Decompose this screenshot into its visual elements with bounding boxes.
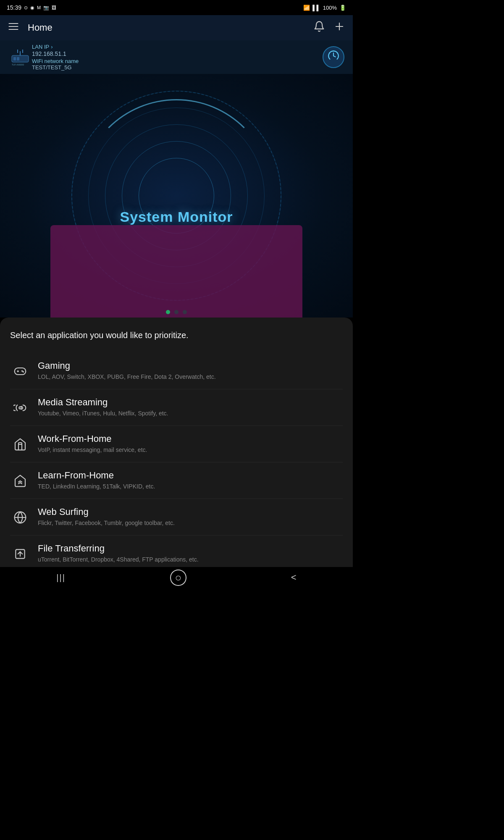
status-time: 15:39 [7,4,21,11]
battery-percent: 100% [323,5,337,11]
app-bar-actions [313,21,345,35]
file-transferring-title: File Transferring [38,543,343,554]
app-title: Home [28,22,313,33]
work-from-home-title: Work-From-Home [38,433,343,444]
menu-icon[interactable] [8,21,19,35]
file-transferring-content: File Transferring uTorrent, BitTorrent, … [38,543,343,564]
wifi-name-label: WiFi network name [32,58,323,64]
speedometer-icon [328,50,339,64]
svg-point-16 [23,372,24,372]
svg-rect-18 [18,443,22,444]
work-from-home-desc: VoIP, instant messaging, mail service, e… [38,446,343,454]
hero-chart-fill [50,225,302,318]
list-item-media-streaming[interactable]: Media Streaming Youtube, Vimeo, iTunes, … [10,389,343,426]
svg-rect-12 [15,368,26,375]
bottom-sheet: Select an application you would like to … [0,318,353,567]
learn-from-home-icon [10,471,30,491]
status-icon-5: 🖼 [52,5,56,10]
list-item-file-transferring[interactable]: File Transferring uTorrent, BitTorrent, … [10,536,343,567]
file-transferring-desc: uTorrent, BitTorrent, Dropbox, 4Shared, … [38,556,343,564]
hero-area: System Monitor [0,74,353,318]
signal-icon: ▌▌ [312,5,320,11]
gaming-title: Gaming [38,360,343,371]
list-item-learn-from-home[interactable]: Learn-From-Home TED, LinkedIn Learning, … [10,462,343,499]
list-item-web-surfing[interactable]: Web Surfing Flickr, Twitter, Facebook, T… [10,499,343,536]
lan-arrow: › [51,44,52,50]
media-streaming-icon [10,398,30,418]
system-monitor-title: System Monitor [120,209,233,225]
wifi-icon: 📶 [303,5,310,11]
web-surfing-icon [10,507,30,528]
hero-pagination-dots [166,310,187,314]
gaming-desc: LOL, AOV, Switch, XBOX, PUBG, Free Fire,… [38,373,343,381]
hero-dot-3[interactable] [183,310,187,314]
lan-label-row: LAN IP › [32,44,323,50]
web-surfing-desc: Flickr, Twitter, Facebook, Tumblr, googl… [38,519,343,528]
svg-point-15 [22,371,22,371]
back-button[interactable]: < [283,569,305,586]
sheet-title: Select an application you would like to … [10,329,343,341]
add-icon[interactable] [333,21,345,35]
hero-dot-1[interactable] [166,310,170,314]
list-item-gaming[interactable]: Gaming LOL, AOV, Switch, XBOX, PUBG, Fre… [10,353,343,389]
file-transferring-icon [10,544,30,564]
media-streaming-title: Media Streaming [38,397,343,408]
status-icon-3: M [37,5,41,10]
lan-label: LAN IP [32,44,49,50]
router-info: LAN IP › 192.168.51.1 WiFi network name … [32,44,323,71]
learn-from-home-title: Learn-From-Home [38,470,343,481]
battery-icon: 🔋 [339,5,346,11]
work-from-home-icon [10,434,30,454]
work-from-home-content: Work-From-Home VoIP, instant messaging, … [38,433,343,454]
learn-from-home-desc: TED, LinkedIn Learning, 51Talk, VIPKID, … [38,483,343,491]
status-bar-left: 15:39 ⊙ ◉ M 📷 🖼 [7,4,56,11]
status-icon-2: ◉ [30,5,34,10]
media-streaming-desc: Youtube, Vimeo, iTunes, Hulu, Netflix, S… [38,410,343,418]
app-bar: Home [0,15,353,40]
svg-text:TUF-AX6000: TUF-AX6000 [12,63,24,66]
speed-test-button[interactable] [323,46,344,68]
status-bar-right: 📶 ▌▌ 100% 🔋 [303,5,346,11]
media-streaming-content: Media Streaming Youtube, Vimeo, iTunes, … [38,397,343,418]
gaming-icon [10,361,30,381]
status-icon-1: ⊙ [24,5,28,10]
lan-ip: 192.168.51.1 [32,50,323,57]
status-icon-4: 📷 [43,5,49,10]
navigation-bar: ||| ○ < [0,567,353,588]
hero-dot-2[interactable] [174,310,178,314]
wifi-name-value: TEST/TEST_5G [32,64,323,71]
status-bar: 15:39 ⊙ ◉ M 📷 🖼 📶 ▌▌ 100% 🔋 [0,0,353,15]
router-card[interactable]: TUF-AX6000 LAN IP › 192.168.51.1 WiFi ne… [0,40,353,74]
svg-point-17 [19,407,21,409]
gaming-content: Gaming LOL, AOV, Switch, XBOX, PUBG, Fre… [38,360,343,381]
router-image: TUF-AX6000 [8,48,32,66]
web-surfing-title: Web Surfing [38,507,343,517]
svg-rect-7 [17,57,19,60]
recents-button[interactable]: ||| [48,570,74,586]
learn-from-home-content: Learn-From-Home TED, LinkedIn Learning, … [38,470,343,491]
list-item-work-from-home[interactable]: Work-From-Home VoIP, instant messaging, … [10,426,343,462]
home-button[interactable]: ○ [170,570,187,586]
svg-rect-6 [13,57,16,60]
bell-icon[interactable] [313,21,325,35]
web-surfing-content: Web Surfing Flickr, Twitter, Facebook, T… [38,507,343,528]
